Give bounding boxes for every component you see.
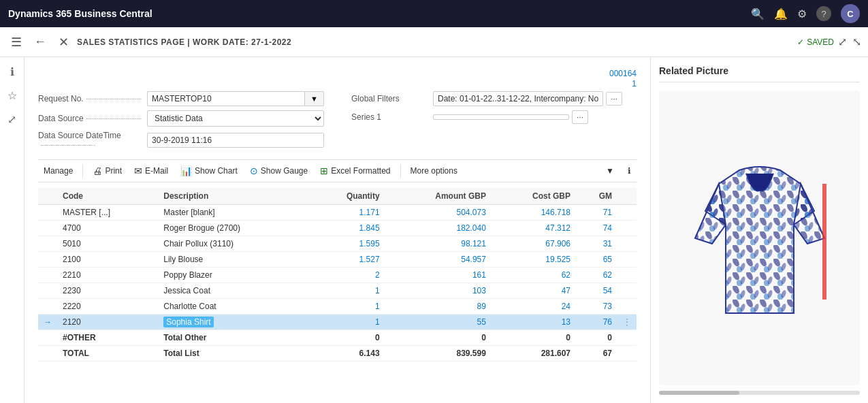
close-button[interactable]: ✕ xyxy=(54,32,73,52)
bell-icon[interactable]: 🔔 xyxy=(774,7,788,20)
global-filters-row: Global Filters Date: 01-01-22..31-12-22,… xyxy=(351,91,637,106)
excel-icon: ⊞ xyxy=(320,165,328,176)
scrollbar[interactable] xyxy=(659,391,860,395)
row-code: MASTER [...] xyxy=(57,205,158,221)
saved-badge: ✓ SAVED xyxy=(797,37,834,47)
series1-row: Series 1 ··· xyxy=(351,110,637,124)
right-panel: Related Picture xyxy=(650,57,868,403)
print-button[interactable]: 🖨 Print xyxy=(87,163,127,179)
row-code: 2230 xyxy=(57,283,158,299)
row-gm: 71 xyxy=(576,205,617,221)
action-icons: ⤢ ⤡ xyxy=(838,35,861,48)
row-quantity: 6.143 xyxy=(309,346,385,361)
row-code: 5010 xyxy=(57,236,158,252)
row-description: Total Other xyxy=(158,330,309,346)
manage-button[interactable]: Manage xyxy=(38,163,78,178)
row-gm: 76 xyxy=(576,315,617,330)
table-body: MASTER [...]Master [blank]1.171504.07314… xyxy=(38,205,637,361)
col-actions xyxy=(617,188,637,205)
table-row[interactable]: 2210Poppy Blazer21616262 xyxy=(38,268,637,283)
row-amount: 504.073 xyxy=(385,205,492,221)
series1-edit-btn[interactable]: ··· xyxy=(572,110,588,124)
table-row[interactable]: TOTALTotal List6.143839.599281.60767 xyxy=(38,346,637,361)
row-quantity: 1.171 xyxy=(309,205,385,221)
back-button[interactable]: ← xyxy=(30,32,50,52)
row-arrow-cell xyxy=(38,221,57,236)
row-quantity: 1 xyxy=(309,315,385,330)
datetime-input[interactable] xyxy=(147,133,324,148)
more-options-button[interactable]: More options xyxy=(405,163,463,178)
show-gauge-label: Show Gauge xyxy=(261,166,308,176)
table-row[interactable]: 2100Lily Blouse1.52754.95719.52565 xyxy=(38,252,637,268)
page-numbers: 000164 1 xyxy=(38,68,637,88)
excel-formatted-button[interactable]: ⊞ Excel Formatted xyxy=(315,163,396,179)
help-icon[interactable]: ? xyxy=(816,6,831,21)
email-button[interactable]: ✉ E-Mail xyxy=(129,163,174,179)
global-filters-label: Global Filters xyxy=(351,94,433,103)
row-quantity: 1 xyxy=(309,283,385,299)
table-row[interactable]: MASTER [...]Master [blank]1.171504.07314… xyxy=(38,205,637,221)
request-no-dropdown-btn[interactable]: ▼ xyxy=(304,91,324,106)
table-row[interactable]: 5010Chair Pollux (3110)1.59598.12167.906… xyxy=(38,236,637,252)
data-source-select[interactable]: Statistic Data xyxy=(147,110,324,127)
external-link-icon[interactable]: ⤢ xyxy=(838,35,847,48)
filter-button[interactable]: ▼ xyxy=(600,163,620,178)
row-quantity: 2 xyxy=(309,268,385,283)
row-quantity: 1.845 xyxy=(309,221,385,236)
col-quantity: Quantity xyxy=(309,188,385,205)
row-amount: 103 xyxy=(385,283,492,299)
series1-value xyxy=(433,114,569,120)
col-gm: GM xyxy=(576,188,617,205)
row-arrow-cell xyxy=(38,268,57,283)
menu-button[interactable]: ☰ xyxy=(7,32,26,52)
show-chart-button[interactable]: 📊 Show Chart xyxy=(175,163,243,179)
row-context-menu[interactable]: ⋮ xyxy=(623,317,631,327)
table-row[interactable]: 4700Roger Brogue (2700)1.845182.04047.31… xyxy=(38,221,637,236)
gear-icon[interactable]: ⚙ xyxy=(797,7,807,20)
global-filters-edit-btn[interactable]: ··· xyxy=(606,92,622,106)
data-source-row: Data Source Statistic Data xyxy=(38,110,324,127)
row-arrow-cell xyxy=(38,346,57,361)
row-arrow-cell xyxy=(38,299,57,315)
info-icon: ℹ xyxy=(628,166,631,176)
gauge-icon: ⊙ xyxy=(250,165,258,176)
row-dots-cell xyxy=(617,330,637,346)
row-description: Roger Brogue (2700) xyxy=(158,221,309,236)
left-nav-icon-1[interactable]: ℹ xyxy=(7,63,17,81)
table-row[interactable]: →2120Sophia Shirt1551376⋮ xyxy=(38,315,637,330)
request-no-input[interactable] xyxy=(147,91,304,106)
row-cost: 13 xyxy=(492,315,576,330)
chart-icon: 📊 xyxy=(180,165,192,176)
scrollbar-thumb xyxy=(659,391,739,395)
row-gm: 65 xyxy=(576,252,617,268)
search-icon[interactable]: 🔍 xyxy=(751,7,765,20)
row-quantity: 0 xyxy=(309,330,385,346)
avatar[interactable]: C xyxy=(841,4,860,23)
row-gm: 67 xyxy=(576,346,617,361)
row-description: Total List xyxy=(158,346,309,361)
info-button[interactable]: ℹ xyxy=(622,163,637,178)
form-section: Request No. ▼ Data Source Statistic Data… xyxy=(38,91,637,154)
row-cost: 281.607 xyxy=(492,346,576,361)
left-nav-icon-2[interactable]: ☆ xyxy=(5,86,20,105)
row-amount: 89 xyxy=(385,299,492,315)
toolbar-separator-1 xyxy=(82,164,83,178)
row-gm: 31 xyxy=(576,236,617,252)
table-row[interactable]: 2220Charlotte Coat1892473 xyxy=(38,299,637,315)
row-gm: 54 xyxy=(576,283,617,299)
app-title: Dynamics 365 Business Central xyxy=(8,8,744,19)
row-cost: 0 xyxy=(492,330,576,346)
row-gm: 73 xyxy=(576,299,617,315)
row-amount: 182.040 xyxy=(385,221,492,236)
print-label: Print xyxy=(105,166,122,176)
left-nav-icon-3[interactable]: ⤢ xyxy=(5,110,19,129)
row-dots-cell xyxy=(617,236,637,252)
row-amount: 54.957 xyxy=(385,252,492,268)
table-header-row: Code Description Quantity Amount GBP Cos… xyxy=(38,188,637,205)
show-gauge-button[interactable]: ⊙ Show Gauge xyxy=(244,163,313,179)
table-row[interactable]: #OTHERTotal Other0000 xyxy=(38,330,637,346)
row-gm: 74 xyxy=(576,221,617,236)
datetime-row: Data Source DateTime xyxy=(38,131,324,150)
table-row[interactable]: 2230Jessica Coat11034754 xyxy=(38,283,637,299)
fullscreen-icon[interactable]: ⤡ xyxy=(852,35,861,48)
